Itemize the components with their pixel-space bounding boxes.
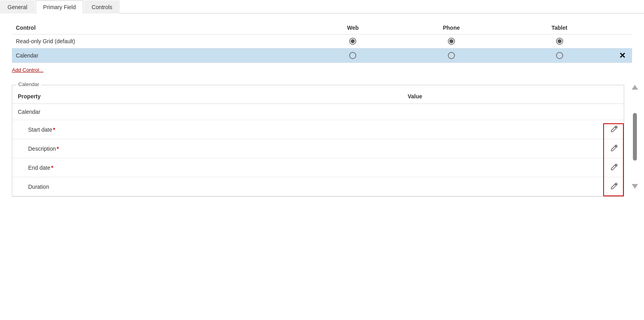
scroll-up-arrow[interactable] <box>632 85 638 90</box>
control-col-header: Control <box>12 21 310 34</box>
property-value <box>402 139 594 158</box>
scroll-thumb[interactable] <box>633 113 637 161</box>
property-value <box>402 158 594 177</box>
property-value <box>402 120 594 139</box>
group-label: Calendar <box>12 104 402 120</box>
web-radio-readonly[interactable] <box>310 34 396 48</box>
phone-radio-calendar[interactable] <box>396 48 506 63</box>
property-label: Duration <box>12 177 402 196</box>
property-name: Description <box>28 146 56 152</box>
actions-col-header <box>594 89 624 104</box>
controls-table: Control Web Phone Tablet Read-only Grid … <box>12 21 632 63</box>
tab-general[interactable]: General <box>0 0 35 13</box>
tablet-col-header: Tablet <box>506 21 612 34</box>
property-name: Duration <box>28 184 49 190</box>
table-row: Start date* <box>12 120 624 139</box>
radio-icon[interactable] <box>349 38 356 45</box>
group-value <box>402 104 594 120</box>
table-row: End date* <box>12 158 624 177</box>
radio-icon[interactable] <box>556 38 563 45</box>
control-label: Calendar <box>12 48 310 63</box>
property-value <box>402 177 594 196</box>
required-indicator: * <box>57 146 59 152</box>
controls-section: Control Web Phone Tablet Read-only Grid … <box>0 13 644 81</box>
scroll-down-arrow[interactable] <box>632 184 638 189</box>
edit-duration-button[interactable] <box>610 182 618 191</box>
calendar-section-label: Calendar <box>16 81 41 87</box>
property-label: Description* <box>12 139 402 158</box>
table-row: Calendar ✕ <box>12 48 632 63</box>
web-radio-calendar[interactable] <box>310 48 396 63</box>
value-col-header: Value <box>402 89 594 104</box>
calendar-properties-wrapper: Calendar Property Value Calendar <box>0 85 644 197</box>
edit-start-date-button[interactable] <box>610 125 618 134</box>
edit-cell <box>594 177 624 196</box>
edit-end-date-button[interactable] <box>610 163 618 172</box>
table-row: Duration <box>12 177 624 196</box>
tablet-radio-readonly[interactable] <box>506 34 612 48</box>
tablet-radio-calendar[interactable] <box>506 48 612 63</box>
delete-calendar-cell: ✕ <box>612 48 632 63</box>
tab-bar: General Primary Field Controls <box>0 0 644 13</box>
tab-primary-field[interactable]: Primary Field <box>36 0 83 13</box>
phone-radio-readonly[interactable] <box>396 34 506 48</box>
table-row: Description* <box>12 139 624 158</box>
phone-col-header: Phone <box>396 21 506 34</box>
edit-cell <box>594 139 624 158</box>
required-indicator: * <box>51 165 53 171</box>
property-name: End date <box>28 165 50 171</box>
properties-table: Property Value Calendar Start date* <box>12 89 624 196</box>
radio-icon[interactable] <box>556 52 563 59</box>
radio-icon[interactable] <box>448 52 455 59</box>
property-label: Start date* <box>12 120 402 139</box>
property-label: End date* <box>12 158 402 177</box>
edit-cell <box>594 158 624 177</box>
calendar-section: Calendar Property Value Calendar <box>12 85 624 197</box>
vertical-scrollbar <box>631 85 638 189</box>
required-indicator: * <box>53 126 55 133</box>
edit-description-button[interactable] <box>610 144 618 153</box>
delete-calendar-button[interactable]: ✕ <box>619 52 626 59</box>
control-label: Read-only Grid (default) <box>12 34 310 48</box>
web-col-header: Web <box>310 21 396 34</box>
tab-controls[interactable]: Controls <box>84 0 120 13</box>
radio-icon[interactable] <box>448 38 455 45</box>
add-control-link[interactable]: Add Control... <box>12 67 44 73</box>
table-row: Read-only Grid (default) <box>12 34 632 48</box>
property-col-header: Property <box>12 89 402 104</box>
group-actions <box>594 104 624 120</box>
table-row: Calendar <box>12 104 624 120</box>
property-name: Start date <box>28 126 52 133</box>
edit-cell <box>594 120 624 139</box>
radio-icon[interactable] <box>349 52 356 59</box>
